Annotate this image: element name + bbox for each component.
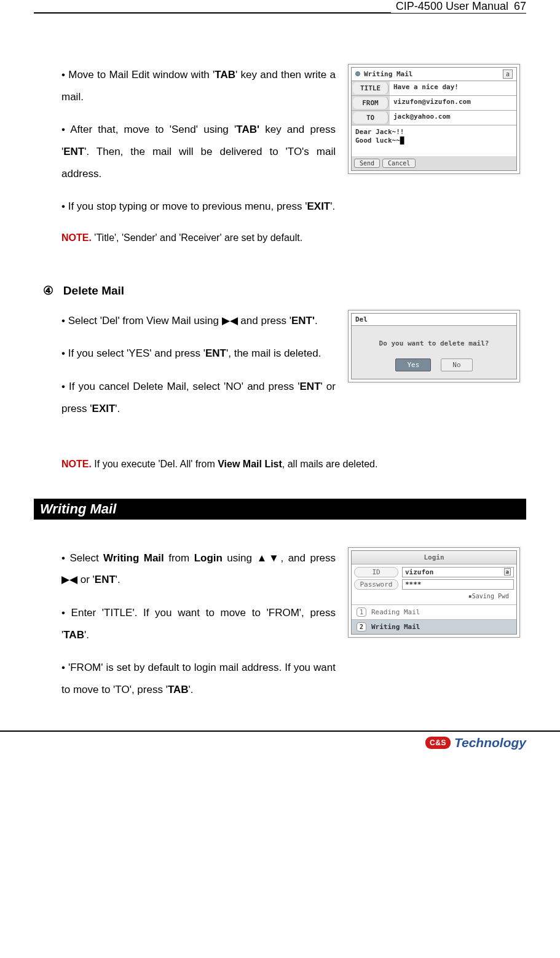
para-enter-title: • Enter 'TITLE'. If you want to move to … [61,602,336,646]
wm-window-title: Writing Mail [364,70,412,78]
logo-badge: C&S [425,737,451,749]
note-label: NOTE. [61,459,92,469]
window-icon [355,71,360,76]
section-mail-edit-text: • Move to Mail Edit window with 'TAB' ke… [61,64,336,259]
menu-writing-mail[interactable]: 2 Writing Mail [352,619,516,634]
del-question: Do you want to delete mail? [357,339,511,347]
lang-indicator: a [504,568,511,576]
screenshot-writing-mail: Writing Mail a TITLE Have a nice day! FR… [348,64,520,174]
wm-from-value[interactable]: vizufon@vizufon.com [390,96,516,110]
para-no-cancel: • If you cancel Delete Mail, select 'NO'… [61,376,336,419]
note-del-all: NOTE. If you execute 'Del. All' from Vie… [61,455,520,473]
delete-mail-heading: ④ Delete Mail [43,283,520,298]
para-exit: • If you stop typing or move to previous… [61,196,336,218]
logo-text: Technology [454,735,526,750]
wm-body[interactable]: Dear Jack~!! Good luck~~█ [352,125,516,156]
lang-indicator: a [503,69,513,79]
wm-title-bar: Writing Mail a [352,68,516,81]
id-field[interactable]: vizufona [402,567,514,577]
send-button[interactable]: Send [354,159,380,168]
menu-num-1: 1 [357,608,366,617]
password-field[interactable]: **** [402,579,514,590]
section-delete-text: • Select 'Del' from View Mail using ▶◀ a… [61,310,336,431]
del-window-title: Del [355,315,368,323]
wm-from-label: FROM [353,97,388,109]
del-title-bar: Del [352,314,516,326]
para-send-mail: • After that, move to 'Send' using 'TAB'… [61,119,336,184]
login-title-bar: Login [352,551,516,564]
menu-num-2: 2 [357,622,366,631]
screenshot-del-dialog: Del Do you want to delete mail? Yes No [348,310,520,382]
menu-reading-mail[interactable]: 1 Reading Mail [352,604,516,619]
menu-label-2: Writing Mail [371,623,420,631]
header-rule: CIP-4500 User Manual 67 [34,12,526,14]
manual-title: CIP-4500 User Manual [396,0,508,12]
note-label: NOTE. [61,232,92,243]
cancel-button[interactable]: Cancel [382,159,416,168]
note-default-fields: NOTE. 'Title', 'Sender' and 'Receiver' a… [61,229,336,247]
section-writing-text: • Select Writing Mail from Login using ▲… [61,547,336,712]
wm-to-value[interactable]: jack@yahoo.com [390,111,516,125]
menu-label-1: Reading Mail [371,608,420,616]
saving-pwd-label: ▪Saving Pwd [354,592,514,602]
para-select-del: • Select 'Del' from View Mail using ▶◀ a… [61,310,336,332]
wm-title-label: TITLE [353,82,388,94]
wm-title-value[interactable]: Have a nice day! [390,81,516,95]
yes-button[interactable]: Yes [395,358,431,371]
password-label: Password [354,579,398,590]
writing-mail-banner: Writing Mail [34,499,526,520]
id-label: ID [354,567,398,577]
company-logo: C&S Technology [425,735,526,750]
no-button[interactable]: No [441,358,472,371]
header-text: CIP-4500 User Manual 67 [391,0,526,13]
footer: C&S Technology [0,730,560,750]
wm-to-label: TO [353,112,388,124]
para-move-to-edit: • Move to Mail Edit window with 'TAB' ke… [61,64,336,108]
page-number: 67 [514,0,526,12]
para-from-default: • 'FROM' is set by default to login mail… [61,657,336,700]
screenshot-login: Login ID vizufona Password **** ▪Saving … [348,547,520,638]
para-yes-delete: • If you select 'YES' and press 'ENT', t… [61,342,336,365]
para-select-writing: • Select Writing Mail from Login using ▲… [61,547,336,591]
